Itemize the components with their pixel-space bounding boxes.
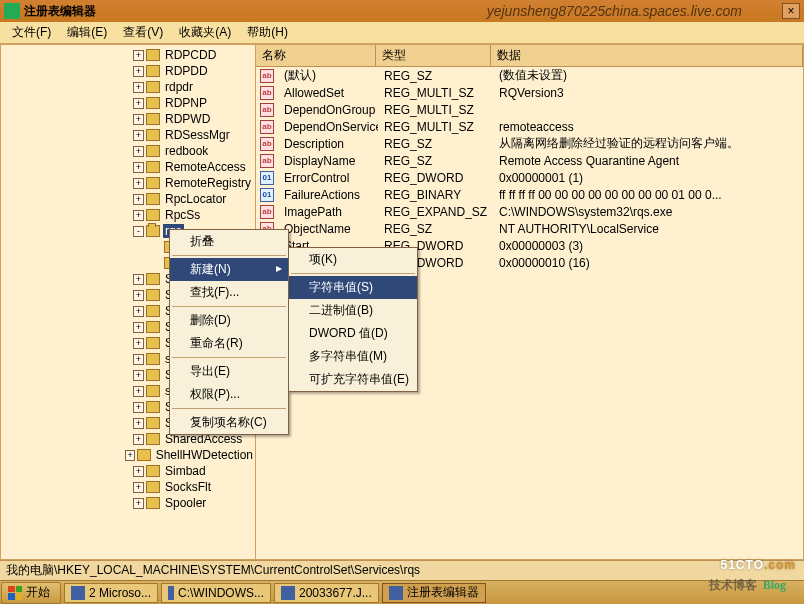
tree-item[interactable]: +Simbad [1, 463, 255, 479]
list-row[interactable]: 01FailureActionsREG_BINARYff ff ff ff 00… [256, 186, 803, 203]
list-row[interactable]: abDependOnServiceREG_MULTI_SZremoteacces… [256, 118, 803, 135]
expander-icon[interactable]: + [133, 338, 144, 349]
expander-icon[interactable]: + [133, 402, 144, 413]
expander-icon[interactable]: + [133, 418, 144, 429]
cell-type: REG_MULTI_SZ [378, 86, 493, 100]
ctx-sep [172, 408, 286, 409]
expander-icon[interactable]: + [133, 322, 144, 333]
expander-icon[interactable]: + [133, 386, 144, 397]
expander-icon[interactable]: + [133, 146, 144, 157]
expander-icon[interactable]: - [133, 226, 144, 237]
list-row[interactable]: abDependOnGroupREG_MULTI_SZ [256, 101, 803, 118]
ctx-new-expand[interactable]: 可扩充字符串值(E) [289, 368, 417, 391]
expander-icon[interactable]: + [133, 130, 144, 141]
menu-edit[interactable]: 编辑(E) [59, 22, 115, 43]
tree-item[interactable]: +RemoteAccess [1, 159, 255, 175]
ctx-new-key[interactable]: 项(K) [289, 248, 417, 271]
menu-fav[interactable]: 收藏夹(A) [171, 22, 239, 43]
menubar: 文件(F) 编辑(E) 查看(V) 收藏夹(A) 帮助(H) [0, 22, 804, 44]
ctx-perm[interactable]: 权限(P)... [170, 383, 288, 406]
tree-item[interactable]: +RDPCDD [1, 47, 255, 63]
list-row[interactable]: abDescriptionREG_SZ从隔离网络删除经过验证的远程访问客户端。 [256, 135, 803, 152]
watermark-url: yejunsheng870225china.spaces.live.com [487, 3, 742, 19]
expander-icon[interactable]: + [133, 162, 144, 173]
expander-icon[interactable]: + [133, 50, 144, 61]
ctx-new-multi[interactable]: 多字符串值(M) [289, 345, 417, 368]
expander-icon[interactable]: + [133, 482, 144, 493]
ctx-new[interactable]: 新建(N)▸ [170, 258, 288, 281]
ctx-new-string[interactable]: 字符串值(S) [289, 276, 417, 299]
list-row[interactable]: abImagePathREG_EXPAND_SZC:\WINDOWS\syste… [256, 203, 803, 220]
expander-icon[interactable]: + [133, 82, 144, 93]
cell-data: C:\WINDOWS\system32\rqs.exe [493, 205, 803, 219]
ctx-new-label: 新建(N) [190, 262, 231, 276]
start-button[interactable]: 开始 [1, 582, 61, 604]
col-data[interactable]: 数据 [491, 45, 803, 66]
tree-item[interactable]: +RDPWD [1, 111, 255, 127]
ctx-copy[interactable]: 复制项名称(C) [170, 411, 288, 434]
list-row[interactable]: 01ErrorControlREG_DWORD0x00000001 (1) [256, 169, 803, 186]
tree-item[interactable]: +Spooler [1, 495, 255, 511]
folder-icon [146, 129, 160, 141]
ctx-sep [172, 306, 286, 307]
expander-icon[interactable]: + [133, 306, 144, 317]
task-label: C:\WINDOWS... [178, 586, 264, 600]
menu-view[interactable]: 查看(V) [115, 22, 171, 43]
tree-item[interactable]: +RDSessMgr [1, 127, 255, 143]
expander-icon[interactable]: + [133, 66, 144, 77]
ctx-new-binary[interactable]: 二进制值(B) [289, 299, 417, 322]
tree-item[interactable]: +ShellHWDetection [1, 447, 255, 463]
expander-icon[interactable]: + [133, 498, 144, 509]
tree-label: RpcLocator [163, 192, 228, 206]
start-logo-icon [8, 586, 22, 600]
ctx-collapse[interactable]: 折叠 [170, 230, 288, 253]
taskbar-item[interactable]: 注册表编辑器 [382, 583, 486, 603]
folder-icon [146, 145, 160, 157]
expander-icon[interactable]: + [133, 274, 144, 285]
tree-item[interactable]: +rdpdr [1, 79, 255, 95]
list-row[interactable]: abObjectNameREG_SZNT AUTHORITY\LocalServ… [256, 220, 803, 237]
expander-icon[interactable]: + [125, 450, 135, 461]
list-row[interactable]: abDisplayNameREG_SZRemote Access Quarant… [256, 152, 803, 169]
tree-item[interactable]: +RDPDD [1, 63, 255, 79]
folder-icon [146, 353, 160, 365]
expander-icon[interactable]: + [133, 98, 144, 109]
cell-name: DependOnService [278, 120, 378, 134]
list-row[interactable]: abAllowedSetREG_MULTI_SZRQVersion3 [256, 84, 803, 101]
tree-item[interactable]: +RemoteRegistry [1, 175, 255, 191]
col-name[interactable]: 名称 [256, 45, 376, 66]
tree-item[interactable]: +redbook [1, 143, 255, 159]
expander-icon[interactable]: + [133, 194, 144, 205]
folder-icon [146, 497, 160, 509]
tree-label: SocksFlt [163, 480, 213, 494]
taskbar-item[interactable]: C:\WINDOWS... [161, 583, 271, 603]
ctx-rename[interactable]: 重命名(R) [170, 332, 288, 355]
tree-item[interactable]: +RpcLocator [1, 191, 255, 207]
tree-label: RemoteRegistry [163, 176, 253, 190]
list-row[interactable]: ab(默认)REG_SZ(数值未设置) [256, 67, 803, 84]
expander-icon[interactable]: + [133, 370, 144, 381]
col-type[interactable]: 类型 [376, 45, 491, 66]
taskbar-item[interactable]: 20033677.J... [274, 583, 379, 603]
expander-icon[interactable]: + [133, 290, 144, 301]
close-button[interactable]: × [782, 3, 800, 19]
expander-icon[interactable]: + [133, 354, 144, 365]
menu-help[interactable]: 帮助(H) [239, 22, 296, 43]
menu-file[interactable]: 文件(F) [4, 22, 59, 43]
expander-icon[interactable]: + [133, 178, 144, 189]
tree-item[interactable]: +RpcSs [1, 207, 255, 223]
ctx-new-dword[interactable]: DWORD 值(D) [289, 322, 417, 345]
tree-item[interactable]: +RDPNP [1, 95, 255, 111]
string-value-icon: ab [260, 69, 274, 83]
cell-data: ff ff ff ff 00 00 00 00 00 00 00 00 01 0… [493, 188, 803, 202]
ctx-find[interactable]: 查找(F)... [170, 281, 288, 304]
ctx-export[interactable]: 导出(E) [170, 360, 288, 383]
expander-icon[interactable]: + [133, 466, 144, 477]
tree-item[interactable]: +SocksFlt [1, 479, 255, 495]
expander-icon[interactable]: + [133, 114, 144, 125]
expander-icon[interactable]: + [133, 210, 144, 221]
task-icon [71, 586, 85, 600]
taskbar-item[interactable]: 2 Microso... [64, 583, 158, 603]
ctx-delete[interactable]: 删除(D) [170, 309, 288, 332]
expander-icon[interactable]: + [133, 434, 144, 445]
